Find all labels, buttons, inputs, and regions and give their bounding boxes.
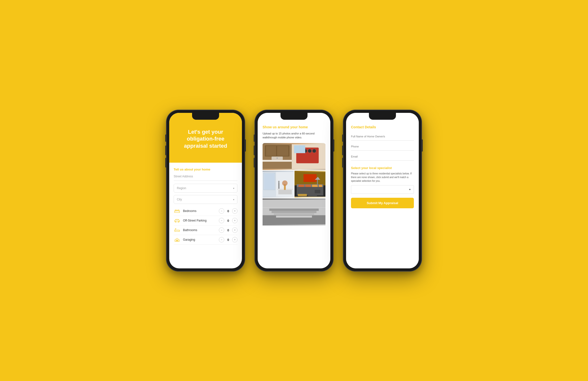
bath-icon <box>174 228 181 233</box>
svg-line-10 <box>179 231 179 232</box>
bedrooms-controls: − 0 + <box>219 208 237 214</box>
phones-container: Let's get your obligation-free appraisal… <box>122 110 466 271</box>
bed-svg <box>174 209 180 213</box>
bedroom-svg <box>294 171 326 198</box>
bedrooms-decrement[interactable]: − <box>219 208 224 214</box>
parking-controls: − 0 + <box>219 218 237 223</box>
photo-bedroom[interactable] <box>294 171 326 198</box>
email-input[interactable] <box>351 152 414 161</box>
phone3-notch <box>369 113 396 120</box>
garaging-value: 0 <box>226 238 230 242</box>
garaging-decrement[interactable]: − <box>219 237 224 242</box>
garaging-controls: − 0 + <box>219 237 237 242</box>
bathrooms-increment[interactable]: + <box>232 228 237 233</box>
svg-rect-37 <box>279 181 279 183</box>
svg-point-27 <box>308 149 312 152</box>
svg-rect-59 <box>269 209 318 211</box>
parking-label: Off-Street Parking <box>183 219 219 222</box>
phone2-inner: Show us around your home Upload up to 15… <box>258 113 330 268</box>
parking-decrement[interactable]: − <box>219 218 224 223</box>
bathrooms-controls: − 0 + <box>219 228 237 233</box>
full-name-input[interactable] <box>351 133 414 141</box>
city-label: City <box>177 198 182 201</box>
svg-rect-55 <box>315 190 320 193</box>
svg-rect-49 <box>319 185 322 187</box>
car-icon <box>174 218 181 223</box>
city-select[interactable]: City ▾ <box>174 195 237 204</box>
phone2-screen: Show us around your home Upload up to 15… <box>258 121 330 268</box>
phone-3: Contact Details Select your local specia… <box>343 110 422 271</box>
garage-svg <box>174 238 180 242</box>
contact-title: Contact Details <box>351 125 414 129</box>
svg-point-41 <box>282 180 288 186</box>
phone2-volume-down-button <box>254 158 255 168</box>
hero-text: Let's get your obligation-free appraisal… <box>175 124 236 157</box>
show-around-desc: Upload up to 15 photos and/or a 60-secon… <box>263 132 325 140</box>
bed-icon <box>174 209 181 213</box>
phone3-inner: Contact Details Select your local specia… <box>346 113 419 268</box>
region-select[interactable]: Region ▾ <box>174 184 237 192</box>
bedrooms-value: 0 <box>226 209 230 213</box>
city-chevron-icon: ▾ <box>233 198 234 201</box>
svg-rect-39 <box>278 190 292 194</box>
phone-2: Show us around your home Upload up to 15… <box>255 110 333 271</box>
parking-value: 0 <box>226 219 230 223</box>
specialist-chevron-icon: ▾ <box>409 188 411 191</box>
specialist-select[interactable]: ▾ <box>351 185 414 194</box>
bath-svg <box>174 228 180 232</box>
specialist-desc: Please select up to three residential sp… <box>351 172 414 183</box>
svg-rect-2 <box>178 210 179 211</box>
garaging-label: Garaging <box>183 238 219 241</box>
street-address-field[interactable]: Street Address <box>174 175 237 181</box>
phone-1: Let's get your obligation-free appraisal… <box>166 110 245 271</box>
bathroom-svg <box>263 171 294 198</box>
bathrooms-value: 0 <box>226 229 230 232</box>
volume-up-button <box>165 146 166 155</box>
phone3-power-button <box>422 139 423 152</box>
bedrooms-label: Bedrooms <box>183 209 219 213</box>
photo-stairs[interactable] <box>263 198 325 226</box>
svg-rect-48 <box>312 185 317 187</box>
svg-rect-8 <box>175 230 180 231</box>
svg-line-9 <box>175 231 175 232</box>
phone2-volume-up-button <box>254 146 255 155</box>
form-section-title: Tell us about your home <box>174 168 237 171</box>
phone3-volume-down-button <box>342 158 343 168</box>
phone-input[interactable] <box>351 143 414 151</box>
photo-grid <box>263 143 325 253</box>
photo-kitchen[interactable] <box>263 143 325 170</box>
phone1-inner: Let's get your obligation-free appraisal… <box>169 113 242 268</box>
kitchen-svg <box>263 143 325 170</box>
svg-rect-53 <box>317 180 318 185</box>
specialist-title: Select your local specialist <box>351 166 414 170</box>
stairs-svg <box>263 198 325 226</box>
phone2-notch-bar <box>258 113 330 121</box>
show-around-title: Show us around your home <box>263 125 325 129</box>
bathrooms-row: Bathrooms − 0 + <box>174 226 237 235</box>
phone1-notch <box>192 113 219 120</box>
svg-rect-51 <box>308 194 317 196</box>
power-button <box>245 139 246 152</box>
phone3-mute-button <box>342 134 343 142</box>
phone3-content: Contact Details Select your local specia… <box>346 121 419 212</box>
region-label: Region <box>177 187 186 190</box>
svg-rect-20 <box>263 160 292 161</box>
svg-point-22 <box>276 157 278 158</box>
svg-rect-61 <box>274 213 315 215</box>
submit-button[interactable]: Submit My Appraisal <box>351 198 414 208</box>
phone2-notch <box>280 113 308 120</box>
phone1-form-card: Tell us about your home Street Address R… <box>169 163 242 249</box>
garaging-increment[interactable]: + <box>232 237 237 242</box>
svg-rect-35 <box>264 173 274 189</box>
svg-rect-60 <box>272 211 316 213</box>
parking-increment[interactable]: + <box>232 218 237 223</box>
garaging-row: Garaging − 0 + <box>174 235 237 245</box>
svg-rect-62 <box>276 215 312 217</box>
bedrooms-increment[interactable]: + <box>232 208 237 214</box>
phone2-mute-button <box>254 134 255 142</box>
phone2-power-button <box>333 139 334 152</box>
mute-button <box>165 134 166 142</box>
photo-bathroom[interactable] <box>263 171 294 198</box>
phone3-notch-bar <box>346 113 419 121</box>
bathrooms-decrement[interactable]: − <box>219 228 224 233</box>
